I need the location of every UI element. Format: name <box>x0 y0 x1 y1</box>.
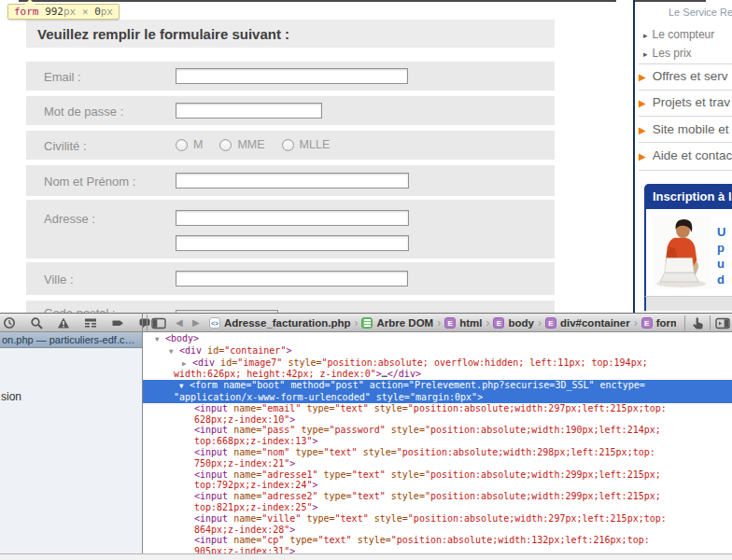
inspector-sidebar-item[interactable]: sion <box>1 390 21 403</box>
inspector-toolbar: ◀ ▶ <> Adresse_facturation.php › Arbre D… <box>0 313 732 332</box>
breakpoints-icon[interactable] <box>110 315 125 330</box>
address-line2-field[interactable] <box>176 235 409 251</box>
search-icon[interactable] <box>29 315 44 330</box>
radio-m[interactable] <box>176 139 188 151</box>
forward-icon[interactable]: ▶ <box>192 317 200 328</box>
promo-text-line: u <box>717 257 725 271</box>
document-icon: <> <box>209 317 220 329</box>
breadcrumb-item-file[interactable]: <> Adresse_facturation.php <box>209 317 350 329</box>
promo-footer <box>644 296 732 311</box>
divider <box>639 170 732 171</box>
chevron-right-icon: › <box>437 316 441 329</box>
web-inspector: ◀ ▶ <> Adresse_facturation.php › Arbre D… <box>0 313 732 560</box>
service-heading: Le Service Rel <box>669 7 732 18</box>
inspector-sidebar: on.php — particuliers-edf.c… sion <box>0 332 142 560</box>
sidebar-item-compteur[interactable]: ▸Le compteur <box>643 28 714 41</box>
dom-tree-line[interactable]: <input name="cp" type="text" style="posi… <box>143 535 732 546</box>
sidebar-item-prix[interactable]: ▸Les prix <box>643 47 692 60</box>
name-label: Nom et Prénom : <box>44 175 135 189</box>
form-row-email: Email : <box>26 62 555 91</box>
divider <box>639 116 732 117</box>
triangle-icon: ▸ <box>643 49 648 59</box>
promo-text-line: U <box>717 225 725 239</box>
chevron-right-icon: › <box>538 316 542 329</box>
divider <box>639 63 732 64</box>
email-field[interactable] <box>176 68 408 84</box>
address-label: Adresse : <box>44 212 95 226</box>
dom-tree-line[interactable]: top:821px;z-index:25"> <box>143 502 732 513</box>
dom-tree-line[interactable]: 628px;z-index:10"> <box>143 414 732 426</box>
toolbar-icon-group <box>2 315 152 330</box>
dom-tree-line[interactable]: ▼<div id="container"> <box>143 345 732 357</box>
form-row-name: Nom et Prénom : <box>26 165 555 196</box>
top-border-left <box>19 0 616 2</box>
inspect-hand-icon[interactable] <box>690 315 705 330</box>
form-heading: Veuillez remplir le formulaire suivant : <box>26 20 555 48</box>
console-icon[interactable] <box>137 315 152 330</box>
chevron-right-icon: › <box>634 316 638 329</box>
name-field[interactable] <box>176 173 409 189</box>
radio-mlle[interactable] <box>282 139 294 151</box>
civility-radio-group: M MME MLLE <box>176 138 346 151</box>
dom-tree-line[interactable]: "application/x-www-form-urlencoded" styl… <box>143 392 732 403</box>
breadcrumb-item-html[interactable]: E html <box>444 317 482 329</box>
toggle-sidebar-left-icon[interactable] <box>151 315 166 330</box>
toggle-sidebar-right-icon[interactable] <box>715 315 730 330</box>
breadcrumb-item-body[interactable]: E body <box>493 317 533 329</box>
orange-arrow-icon: ▶ <box>639 151 646 161</box>
breadcrumb-item-form[interactable]: E form <box>641 317 676 329</box>
dom-tree-line[interactable]: <input name="ville" type="text" style="p… <box>143 513 732 525</box>
toolbar-separator <box>147 315 148 331</box>
radio-mlle-label: MLLE <box>300 138 331 151</box>
chevron-right-icon: › <box>486 316 489 329</box>
sidebar-item-offres[interactable]: ▶Offres et serv <box>639 69 727 83</box>
divider <box>639 90 732 91</box>
back-icon[interactable]: ◀ <box>176 317 183 328</box>
records-icon[interactable] <box>83 315 98 330</box>
breadcrumb-item-container[interactable]: E div#container <box>545 317 630 329</box>
dom-tree-line[interactable]: <input name="adresse1" type="text" style… <box>143 469 732 481</box>
issues-warning-icon[interactable] <box>56 315 71 330</box>
sidebar-item-aide[interactable]: ▶Aide et contac <box>639 148 732 162</box>
city-field[interactable] <box>176 271 408 287</box>
top-border-right <box>633 0 706 2</box>
toolbar-right-group <box>684 315 730 330</box>
dom-tree-line[interactable]: width:626px; height:42px; z-index:0">…</… <box>143 369 732 380</box>
node-size-tooltip: form 992px × 0px <box>7 4 120 20</box>
orange-arrow-icon: ▶ <box>639 125 646 135</box>
dom-tree-line[interactable]: ▼<body> <box>143 333 732 345</box>
address-line1-field[interactable] <box>176 210 409 226</box>
triangle-icon: ▸ <box>643 31 648 40</box>
radio-m-label: M <box>193 138 203 151</box>
password-field[interactable] <box>176 103 322 119</box>
dom-tree-line[interactable]: <input name="email" type="text" style="p… <box>143 403 732 414</box>
dom-tree-line[interactable]: <input name="nom" type="text" style="pos… <box>143 447 732 458</box>
inspector-sidebar-title: on.php — particuliers-edf.c… <box>0 332 142 348</box>
divider <box>639 142 732 143</box>
form-row-civility: Civilité : M MME MLLE <box>26 131 555 160</box>
element-icon: E <box>493 317 504 329</box>
form-row-password: Mot de passe : <box>26 96 555 125</box>
sidebar-item-mobile[interactable]: ▶Site mobile et <box>639 122 729 136</box>
timeline-icon[interactable] <box>2 315 17 330</box>
content-divider <box>633 0 635 313</box>
dom-tree-line[interactable]: 905px;z-index:31"> <box>143 546 732 553</box>
dom-tree-line[interactable]: ▶<div id="image7" style="position:absolu… <box>143 357 732 370</box>
form-row-address: Adresse : <box>26 200 555 259</box>
email-label: Email : <box>44 70 81 84</box>
man-laptop-photo <box>653 215 711 290</box>
radio-mme-label: MME <box>237 138 264 151</box>
dom-tree-line[interactable]: top:792px;z-index:24"> <box>143 480 732 491</box>
dom-tree-line[interactable]: top:668px;z-index:13"> <box>143 436 732 447</box>
city-label: Ville : <box>44 273 74 287</box>
radio-mme[interactable] <box>219 139 232 151</box>
breadcrumb-item-domtree[interactable]: Arbre DOM <box>361 317 433 329</box>
dom-tree-line[interactable]: <input name="pass" type="password" style… <box>143 425 732 436</box>
dom-tree-line[interactable]: <input name="adresse2" type="text" style… <box>143 491 732 502</box>
element-icon: E <box>444 317 456 329</box>
dom-tree-line[interactable]: 750px;z-index:21"> <box>143 458 732 469</box>
dom-tree: ▼<body>▼<div id="container">▶<div id="im… <box>143 332 732 553</box>
dom-tree-line[interactable]: 864px;z-index:28"> <box>143 525 732 536</box>
dom-tree-line[interactable]: ▼<form name="boot" method="post" action=… <box>143 380 732 392</box>
sidebar-item-projets[interactable]: ▶Projets et trav <box>639 95 730 109</box>
